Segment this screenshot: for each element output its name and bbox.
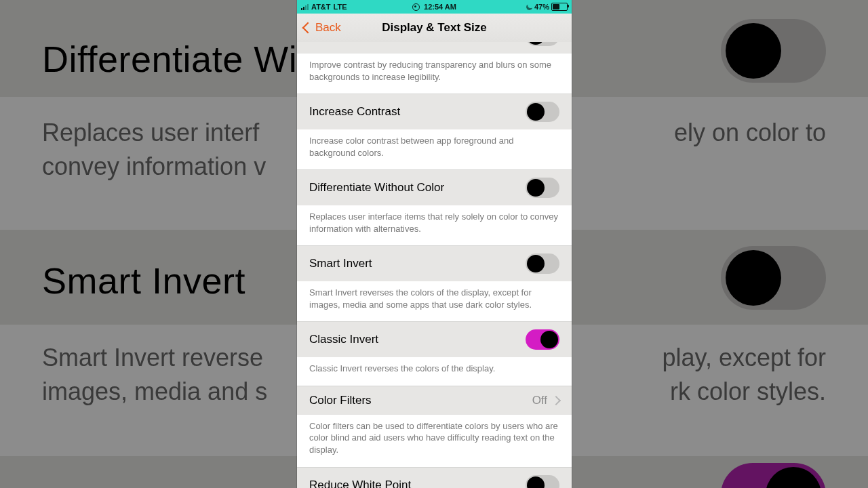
row-footer-increase-contrast: Increase color contrast between app fore… xyxy=(297,129,572,169)
bg-toggle-smart xyxy=(721,246,826,310)
dnd-moon-icon xyxy=(526,3,534,11)
toggle-reduce-transparency[interactable] xyxy=(526,42,559,46)
toggle-smart-invert[interactable] xyxy=(526,253,559,274)
row-color-filters[interactable]: Color Filters Off xyxy=(297,386,572,415)
row-footer-color-filters: Color filters can be used to differentia… xyxy=(297,415,572,467)
row-smart-invert[interactable]: Smart Invert xyxy=(297,245,572,281)
row-footer-diff-without-color: Replaces user interface items that rely … xyxy=(297,205,572,245)
nav-bar: Back Display & Text Size xyxy=(297,14,572,43)
row-label: Reduce Transparency xyxy=(309,42,422,43)
bg-desc-smart-b: images, media and s xyxy=(0,375,267,409)
row-label: Classic Invert xyxy=(309,333,378,346)
back-button[interactable]: Back xyxy=(304,21,341,35)
signal-bars-icon xyxy=(301,3,309,10)
battery-icon xyxy=(551,3,568,11)
row-footer-classic-invert: Classic Invert reverses the colors of th… xyxy=(297,357,572,386)
bg-desc-diff-a: Replaces user interf xyxy=(0,116,259,150)
status-bar: AT&T LTE 12:54 AM 47% xyxy=(297,0,572,14)
row-diff-without-color[interactable]: Differentiate Without Color xyxy=(297,169,572,205)
row-label: Reduce White Point xyxy=(309,479,411,488)
chevron-right-icon xyxy=(551,396,561,405)
toggle-diff-without-color[interactable] xyxy=(526,178,559,198)
back-label: Back xyxy=(315,21,341,35)
row-increase-contrast[interactable]: Increase Contrast xyxy=(297,94,572,129)
bg-desc-diff-b: convey information v xyxy=(0,150,266,184)
toggle-increase-contrast[interactable] xyxy=(526,102,559,122)
row-reduce-white-point[interactable]: Reduce White Point xyxy=(297,467,572,488)
row-footer-smart-invert: Smart Invert reverses the colors of the … xyxy=(297,281,572,321)
bg-title-smart: Smart Invert xyxy=(0,262,245,299)
color-filters-value: Off xyxy=(532,394,547,407)
battery-pct-label: 47% xyxy=(534,3,549,11)
chevron-left-icon xyxy=(302,22,314,34)
row-label: Increase Contrast xyxy=(309,105,400,119)
bg-desc-smart-a: Smart Invert reverse xyxy=(0,341,263,375)
bg-toggle-classic xyxy=(721,463,826,488)
settings-list[interactable]: Reduce Transparency Improve contrast by … xyxy=(297,42,572,488)
row-classic-invert[interactable]: Classic Invert xyxy=(297,321,572,357)
row-label: Color Filters xyxy=(309,394,372,407)
bg-toggle-diff xyxy=(721,19,826,83)
row-footer-reduce-transparency: Improve contrast by reducing transparenc… xyxy=(297,54,572,94)
bg-desc-smart-rb: rk color styles. xyxy=(670,375,826,409)
row-label: Smart Invert xyxy=(309,257,372,270)
carrier-label: AT&T xyxy=(311,3,331,11)
bg-title-diff: Differentiate Wit xyxy=(0,41,308,77)
bg-desc-smart-ra: play, except for xyxy=(663,341,826,375)
network-label: LTE xyxy=(334,3,347,11)
phone-frame: AT&T LTE 12:54 AM 47% Back Display & Tex… xyxy=(297,0,572,488)
toggle-reduce-white-point[interactable] xyxy=(526,475,559,488)
row-label: Differentiate Without Color xyxy=(309,181,444,195)
bg-desc-diff-r: ely on color to xyxy=(674,116,826,150)
toggle-classic-invert[interactable] xyxy=(526,329,559,350)
clock-label: 12:54 AM xyxy=(424,3,456,11)
row-reduce-transparency[interactable]: Reduce Transparency xyxy=(297,42,572,54)
